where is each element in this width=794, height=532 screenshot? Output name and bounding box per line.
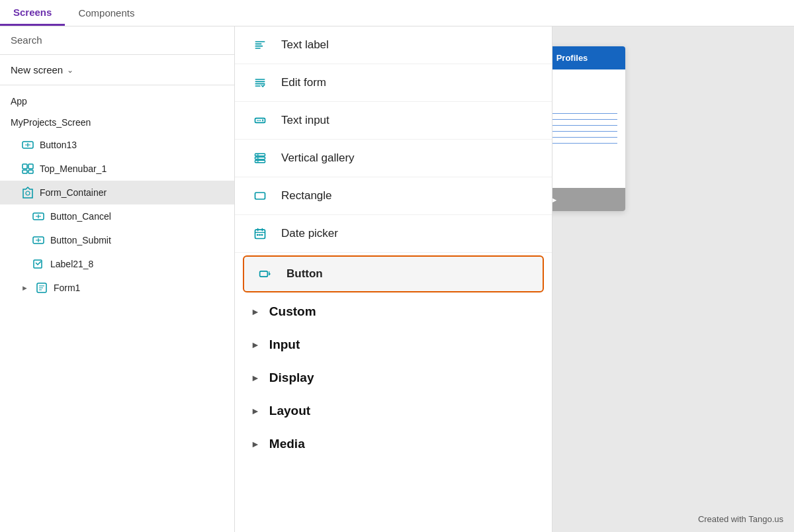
date-picker-icon <box>251 224 269 243</box>
rectangle-icon <box>251 187 269 205</box>
date-picker-name: Date picker <box>281 227 338 240</box>
button-cancel-icon <box>32 210 45 223</box>
input-label: Input <box>269 337 300 352</box>
svg-rect-16 <box>255 230 265 238</box>
tree-item-form-container[interactable]: Form_Container <box>0 181 234 204</box>
svg-rect-3 <box>22 170 27 173</box>
form-container-icon <box>21 186 34 199</box>
edit-form-name: Edit form <box>281 76 326 89</box>
tree-item-button-cancel[interactable]: Button_Cancel <box>0 204 234 228</box>
button13-label: Button13 <box>40 140 77 150</box>
media-expand-icon: ► <box>251 439 260 449</box>
new-screen-chevron-icon: ⌄ <box>67 66 73 75</box>
tree-item-top-menubar[interactable]: Top_Menubar_1 <box>0 157 234 181</box>
vertical-gallery-icon <box>251 149 269 167</box>
text-input-name: Text input <box>281 114 330 127</box>
layout-expand-icon: ► <box>251 406 260 416</box>
button-submit-label: Button_Submit <box>50 235 111 245</box>
rectangle-name: Rectangle <box>281 189 332 202</box>
form1-icon <box>35 281 48 294</box>
custom-expand-icon: ► <box>251 306 260 317</box>
svg-rect-14 <box>255 160 265 162</box>
text-label-icon <box>251 36 269 54</box>
svg-rect-11 <box>262 119 263 121</box>
form1-expand-arrow: ► <box>21 284 28 292</box>
display-expand-icon: ► <box>251 373 260 383</box>
svg-rect-2 <box>28 164 33 169</box>
dropdown-text-label[interactable]: Text label <box>235 26 552 64</box>
layout-label: Layout <box>269 404 310 418</box>
top-menubar-label: Top_Menubar_1 <box>40 163 107 174</box>
components-tab[interactable]: Components <box>65 0 148 26</box>
vertical-gallery-name: Vertical gallery <box>281 152 355 165</box>
svg-point-5 <box>26 191 30 195</box>
custom-label: Custom <box>269 304 316 319</box>
tree-item-form1[interactable]: ► Form1 <box>0 276 234 300</box>
svg-rect-12 <box>255 154 265 155</box>
component-tree: App MyProjects_Screen Button13 <box>0 85 234 532</box>
category-custom[interactable]: ► Custom <box>235 295 552 328</box>
dropdown-edit-form[interactable]: Edit form <box>235 64 552 102</box>
sidebar: New screen ⌄ App MyProjects_Screen But <box>0 26 235 532</box>
dropdown-vertical-gallery[interactable]: Vertical gallery <box>235 140 552 177</box>
text-label-name: Text label <box>281 38 329 52</box>
svg-rect-20 <box>260 271 268 277</box>
insert-dropdown: Text label Edit form Text input <box>235 26 552 532</box>
screens-tab[interactable]: Screens <box>0 0 65 26</box>
category-input[interactable]: ► Input <box>235 328 552 361</box>
dropdown-text-input[interactable]: Text input <box>235 102 552 140</box>
button-insert-name: Button <box>287 267 323 281</box>
svg-rect-13 <box>255 157 265 159</box>
edit-form-icon <box>251 73 269 92</box>
input-expand-icon: ► <box>251 339 260 350</box>
display-label: Display <box>269 371 314 385</box>
category-layout[interactable]: ► Layout <box>235 394 552 427</box>
button-submit-icon <box>32 234 45 247</box>
button-insert-icon <box>256 265 275 283</box>
form-container-label: Form_Container <box>40 187 107 198</box>
menubar-icon <box>21 162 34 175</box>
svg-rect-18 <box>259 234 261 236</box>
label-icon <box>32 257 45 271</box>
form1-label: Form1 <box>54 283 80 293</box>
app-label: App <box>11 96 27 107</box>
search-input[interactable] <box>11 34 224 46</box>
dropdown-date-picker[interactable]: Date picker <box>235 215 552 253</box>
tree-item-app[interactable]: App <box>0 91 234 112</box>
dropdown-button[interactable]: Button <box>243 255 544 292</box>
label21-8-label: Label21_8 <box>50 259 93 269</box>
myprojects-screen-label: MyProjects_Screen <box>11 117 91 128</box>
svg-rect-17 <box>257 234 259 236</box>
media-label: Media <box>269 437 305 451</box>
dropdown-rectangle[interactable]: Rectangle <box>235 177 552 215</box>
svg-rect-1 <box>22 164 27 169</box>
tree-item-myprojects-screen[interactable]: MyProjects_Screen <box>0 112 234 133</box>
new-screen-button[interactable]: New screen ⌄ <box>0 55 234 85</box>
tree-item-button13[interactable]: Button13 <box>0 133 234 157</box>
tree-item-label21-8[interactable]: Label21_8 <box>0 252 234 276</box>
new-screen-label: New screen <box>11 64 63 75</box>
tree-item-button-submit[interactable]: Button_Submit <box>0 228 234 252</box>
svg-rect-15 <box>255 193 265 199</box>
search-section <box>0 26 234 55</box>
svg-rect-19 <box>261 234 263 236</box>
created-with-label: Created with Tango.us <box>698 514 783 524</box>
text-input-icon <box>251 111 269 130</box>
button-icon <box>21 138 34 152</box>
category-display[interactable]: ► Display <box>235 361 552 394</box>
category-media[interactable]: ► Media <box>235 427 552 461</box>
svg-rect-4 <box>28 170 33 173</box>
button-cancel-label: Button_Cancel <box>50 211 111 222</box>
